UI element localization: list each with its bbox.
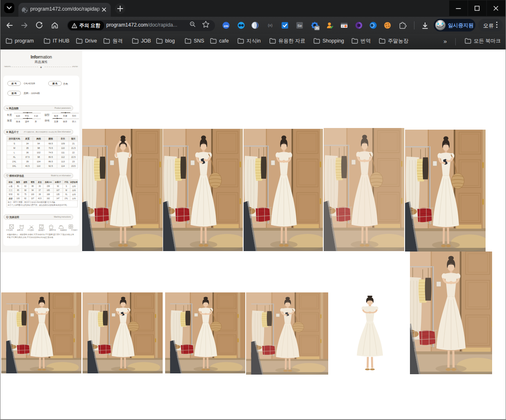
svg-text:Se: Se xyxy=(297,24,302,28)
svg-text:(≡): (≡) xyxy=(268,23,272,27)
svg-text:35: 35 xyxy=(315,26,319,30)
svg-text:zm: zm xyxy=(224,24,228,28)
